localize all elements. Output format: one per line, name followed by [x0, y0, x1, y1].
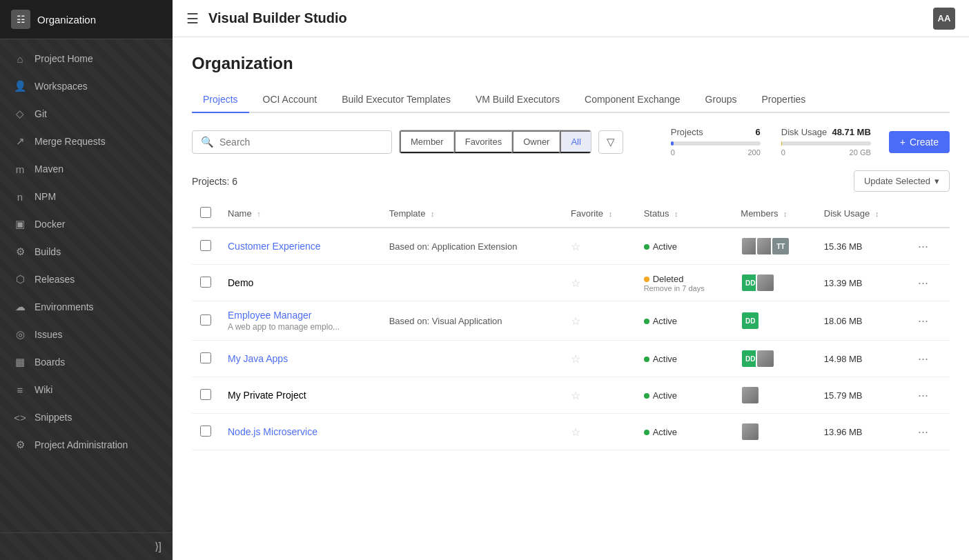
cell-template — [381, 377, 562, 414]
member-avatar: TT — [771, 237, 790, 256]
sidebar-item-issues[interactable]: ◎Issues — [0, 321, 173, 348]
tab-component-exchange[interactable]: Component Exchange — [574, 87, 692, 113]
cell-template — [381, 265, 562, 301]
tabs: ProjectsOCI AccountBuild Executor Templa… — [192, 87, 950, 113]
sidebar-item-git[interactable]: ◇Git — [0, 100, 173, 128]
main-content: ☰ Visual Builder Studio AA Organization … — [173, 0, 969, 560]
cell-status: Active — [636, 414, 733, 450]
stats-area: Projects 6 0 200 Disk Usage 48.71 MB — [671, 127, 871, 157]
row-checkbox[interactable] — [200, 314, 211, 326]
row-more-button[interactable]: ··· — [914, 238, 932, 255]
col-disk-usage: Disk Usage ↕ — [816, 200, 906, 228]
status-dot — [644, 277, 649, 282]
status-dot — [644, 430, 649, 435]
create-button[interactable]: + Create — [889, 131, 950, 153]
projects-stat-range: 0 200 — [671, 148, 761, 157]
status-dot — [644, 319, 649, 324]
update-selected-button[interactable]: Update Selected ▾ — [854, 170, 950, 192]
menu-icon[interactable]: ☰ — [186, 10, 199, 27]
col-name: Name ↑ — [219, 200, 381, 228]
tab-groups[interactable]: Groups — [694, 87, 748, 113]
project-link[interactable]: My Java Apps — [228, 353, 288, 364]
favorite-star[interactable]: ☆ — [571, 241, 580, 252]
favorite-star[interactable]: ☆ — [571, 277, 580, 289]
cell-actions: ··· — [906, 377, 950, 414]
cell-favorite: ☆ — [562, 228, 636, 265]
favorite-star[interactable]: ☆ — [571, 390, 580, 401]
select-all-checkbox[interactable] — [200, 207, 211, 218]
filter-favorites[interactable]: Favorites — [454, 130, 512, 153]
sidebar-item-snippets[interactable]: <>Snippets — [0, 403, 173, 431]
disk-stat-range: 0 20 GB — [781, 148, 871, 157]
cell-name: Demo — [219, 265, 381, 301]
user-avatar[interactable]: AA — [933, 8, 955, 30]
toolbar: 🔍 Member Favorites Owner All ▽ Projects … — [192, 127, 950, 157]
tab-properties[interactable]: Properties — [751, 87, 817, 113]
boards-icon: ▦ — [14, 356, 26, 368]
sidebar-item-npm[interactable]: nNPM — [0, 183, 173, 210]
cell-template — [381, 341, 562, 377]
sidebar-item-merge-requests[interactable]: ↗Merge Requests — [0, 128, 173, 155]
projects-min: 0 — [671, 148, 675, 157]
sidebar-item-wiki[interactable]: ≡Wiki — [0, 376, 173, 403]
filter-all[interactable]: All — [560, 130, 590, 153]
row-more-button[interactable]: ··· — [914, 387, 932, 404]
sidebar-item-label-docker: Docker — [35, 219, 65, 230]
favorite-star[interactable]: ☆ — [571, 353, 580, 365]
project-admin-icon: ⚙ — [14, 439, 26, 451]
git-icon: ◇ — [14, 108, 26, 120]
sidebar-item-boards[interactable]: ▦Boards — [0, 348, 173, 376]
cell-disk-usage: 13.39 MB — [816, 265, 906, 301]
sidebar-item-project-admin[interactable]: ⚙Project Administration — [0, 431, 173, 459]
row-checkbox[interactable] — [200, 277, 211, 288]
row-more-button[interactable]: ··· — [914, 423, 932, 441]
cell-status: DeletedRemove in 7 days — [636, 265, 733, 301]
disk-bar-fill — [781, 141, 782, 146]
cell-disk-usage: 15.79 MB — [816, 377, 906, 414]
row-checkbox[interactable] — [200, 352, 211, 363]
cell-favorite: ☆ — [562, 301, 636, 341]
sidebar-item-maven[interactable]: mMaven — [0, 155, 173, 183]
sidebar-collapse-button[interactable]: ⟩] — [155, 540, 162, 553]
filter-icon-button[interactable]: ▽ — [598, 130, 623, 154]
row-checkbox[interactable] — [200, 240, 211, 251]
npm-icon: n — [14, 190, 26, 203]
row-more-button[interactable]: ··· — [914, 274, 932, 292]
search-box[interactable]: 🔍 — [192, 130, 392, 154]
cell-members: DD — [732, 341, 816, 377]
table-row: Node.js Microservice ☆ Active 13.96 MB ·… — [192, 414, 950, 450]
member-avatar — [756, 349, 775, 368]
tab-projects[interactable]: Projects — [192, 87, 249, 113]
project-link[interactable]: Employee Manager — [228, 310, 311, 321]
project-home-icon: ⌂ — [14, 52, 26, 65]
filter-owner[interactable]: Owner — [512, 130, 560, 153]
sidebar-nav: ⌂Project Home👤Workspaces◇Git↗Merge Reque… — [0, 39, 173, 532]
sidebar-item-environments[interactable]: ☁Environments — [0, 293, 173, 321]
cell-status: Active — [636, 228, 733, 265]
cell-members — [732, 414, 816, 450]
sidebar-item-label-maven: Maven — [35, 163, 63, 174]
row-more-button[interactable]: ··· — [914, 350, 932, 368]
sidebar-item-builds[interactable]: ⚙Builds — [0, 238, 173, 266]
tab-oci-account[interactable]: OCI Account — [252, 87, 329, 113]
row-more-button[interactable]: ··· — [914, 312, 932, 330]
projects-bar-fill — [671, 141, 674, 146]
sidebar-item-workspaces[interactable]: 👤Workspaces — [0, 72, 173, 100]
sidebar-item-docker[interactable]: ▣Docker — [0, 210, 173, 238]
sidebar-item-releases[interactable]: ⬡Releases — [0, 266, 173, 293]
project-link[interactable]: Node.js Microservice — [228, 426, 317, 437]
tab-build-executor-templates[interactable]: Build Executor Templates — [331, 87, 462, 113]
favorite-star[interactable]: ☆ — [571, 315, 580, 327]
sidebar-item-project-home[interactable]: ⌂Project Home — [0, 45, 173, 72]
favorite-star[interactable]: ☆ — [571, 426, 580, 438]
cell-status: Active — [636, 301, 733, 341]
filter-group: Member Favorites Owner All — [399, 130, 591, 154]
tab-vm-build-executors[interactable]: VM Build Executors — [464, 87, 571, 113]
row-checkbox[interactable] — [200, 389, 211, 400]
project-link[interactable]: Customer Experience — [228, 241, 321, 252]
cell-status: Active — [636, 377, 733, 414]
merge-requests-icon: ↗ — [14, 135, 26, 148]
row-checkbox[interactable] — [200, 426, 211, 437]
search-input[interactable] — [219, 137, 383, 148]
filter-member[interactable]: Member — [400, 130, 454, 153]
